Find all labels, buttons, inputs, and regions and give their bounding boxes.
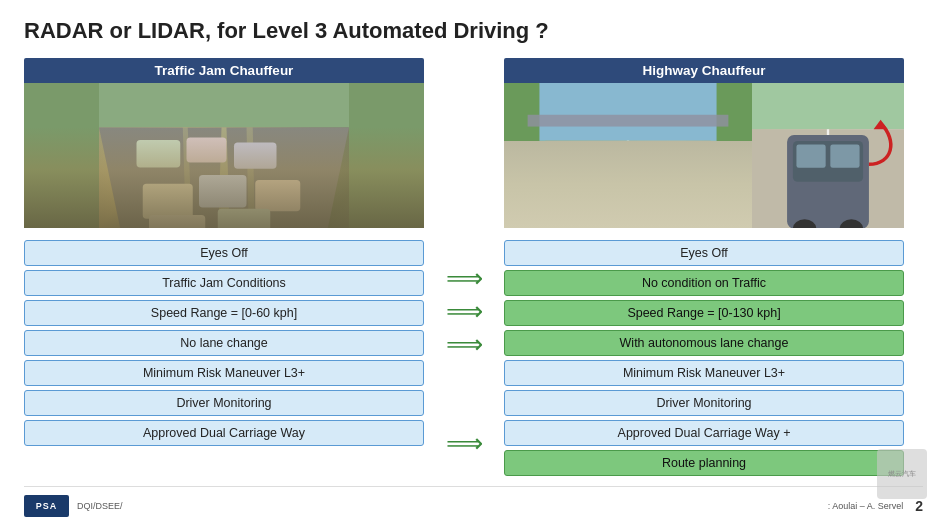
svg-rect-32	[830, 144, 859, 167]
left-column-header: Traffic Jam Chauffeur	[24, 58, 424, 83]
footer: PSA DQI/DSEE/ : Aoulai – A. Servel 2	[24, 486, 923, 517]
svg-marker-4	[247, 127, 256, 228]
svg-rect-24	[634, 200, 658, 215]
svg-line-20	[598, 141, 600, 228]
svg-rect-31	[796, 144, 825, 167]
footer-credit: : Aoulai – A. Servel	[828, 501, 904, 511]
svg-rect-23	[604, 188, 630, 205]
psa-logo-text: PSA	[36, 501, 58, 511]
svg-marker-3	[183, 127, 193, 228]
content-area: Traffic Jam Chauffeur	[24, 58, 923, 482]
left-column: Traffic Jam Chauffeur	[24, 58, 424, 446]
footer-left: PSA DQI/DSEE/	[24, 495, 123, 517]
footer-dept: DQI/DSEE/	[77, 501, 123, 511]
svg-rect-22	[528, 115, 729, 127]
right-feature-0: Eyes Off	[504, 240, 904, 266]
svg-line-21	[655, 141, 657, 228]
svg-rect-15	[504, 83, 752, 141]
left-feature-6: Approved Dual Carriage Way	[24, 420, 424, 446]
highway-left-svg	[504, 83, 752, 228]
left-feature-2: Speed Range = [0-60 kph]	[24, 300, 424, 326]
slide-container: RADAR or LIDAR, for Level 3 Automated Dr…	[0, 0, 947, 529]
left-feature-boxes: Eyes Off Traffic Jam Conditions Speed Ra…	[24, 240, 424, 446]
right-feature-5: Driver Monitoring	[504, 390, 904, 416]
footer-right: : Aoulai – A. Servel 2	[828, 498, 923, 514]
svg-rect-5	[143, 184, 193, 219]
svg-rect-13	[24, 83, 99, 228]
right-feature-4: Minimum Risk Maneuver L3+	[504, 360, 904, 386]
svg-rect-0	[24, 83, 424, 127]
left-feature-3: No lane change	[24, 330, 424, 356]
arrow-1: ⟹	[446, 263, 483, 292]
arrow-2: ⟹	[446, 296, 483, 325]
highway-right-svg	[752, 83, 904, 228]
svg-rect-16	[504, 83, 539, 228]
psa-logo: PSA	[24, 495, 69, 517]
svg-rect-8	[137, 140, 181, 168]
svg-rect-25	[608, 158, 629, 172]
left-feature-4: Minimum Risk Maneuver L3+	[24, 360, 424, 386]
right-feature-6: Approved Dual Carriage Way +	[504, 420, 904, 446]
page-number: 2	[915, 498, 923, 514]
traffic-svg	[24, 83, 424, 228]
svg-rect-11	[149, 215, 205, 228]
right-feature-2: Speed Range = [0-130 kph]	[504, 300, 904, 326]
svg-rect-7	[255, 180, 300, 211]
highway-image	[504, 83, 904, 228]
svg-rect-14	[349, 83, 424, 228]
traffic-jam-image	[24, 83, 424, 228]
watermark-text: 燃云汽车	[888, 469, 916, 479]
right-column-header: Highway Chauffeur	[504, 58, 904, 83]
right-feature-3: With autonomous lane change	[504, 330, 904, 356]
slide-title: RADAR or LIDAR, for Level 3 Automated Dr…	[24, 18, 923, 44]
arrow-3: ⟹	[446, 329, 483, 358]
svg-rect-17	[717, 83, 752, 228]
left-feature-5: Driver Monitoring	[24, 390, 424, 416]
traffic-img-bg	[24, 83, 424, 228]
svg-rect-12	[218, 209, 271, 228]
svg-rect-6	[199, 175, 247, 208]
highway-left-img	[504, 83, 752, 228]
left-feature-0: Eyes Off	[24, 240, 424, 266]
right-column: Highway Chauffeur	[504, 58, 904, 476]
svg-rect-10	[234, 142, 277, 168]
svg-marker-2	[218, 127, 231, 228]
svg-rect-9	[187, 137, 227, 162]
highway-right-img	[752, 83, 904, 228]
svg-line-19	[626, 141, 628, 228]
arrows-column: ⟹ ⟹ ⟹ ⟹	[424, 58, 504, 457]
arrow-6: ⟹	[446, 428, 483, 457]
svg-marker-18	[539, 141, 716, 228]
svg-marker-1	[99, 127, 349, 228]
right-feature-boxes: Eyes Off No condition on Traffic Speed R…	[504, 240, 904, 476]
right-feature-7: Route planning	[504, 450, 904, 476]
watermark: 燃云汽车	[877, 449, 927, 499]
left-feature-1: Traffic Jam Conditions	[24, 270, 424, 296]
right-feature-1: No condition on Traffic	[504, 270, 904, 296]
